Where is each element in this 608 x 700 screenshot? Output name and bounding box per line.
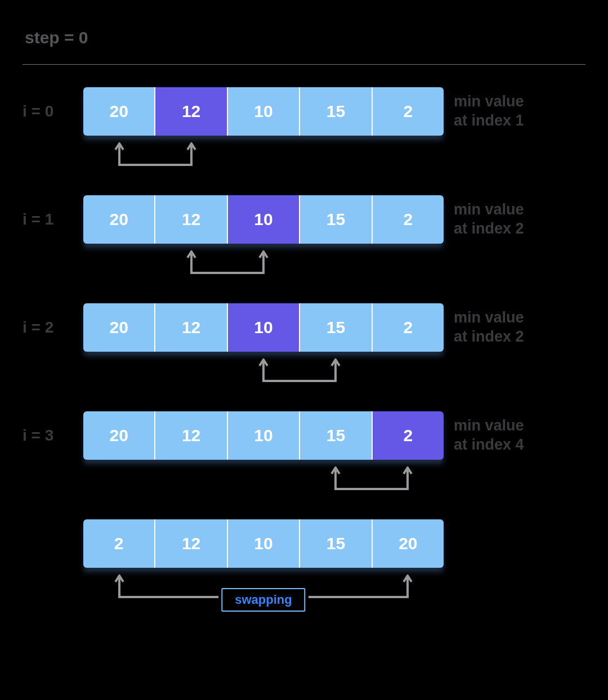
annotation-line1: min value (454, 200, 524, 219)
annotation-line1: min value (454, 92, 524, 111)
array-cell: 20 (83, 411, 155, 460)
array-cell: 15 (300, 303, 372, 352)
min-annotation: min value at index 1 (454, 92, 524, 131)
array-cell: 2 (373, 303, 444, 352)
iteration-label: i = 3 (23, 427, 73, 445)
swap-arrow-icon (83, 466, 444, 500)
array-cell: 2 (83, 519, 155, 568)
iteration-label: i = 0 (23, 102, 73, 120)
connector (83, 250, 444, 284)
annotation-line2: at index 1 (454, 111, 524, 131)
array: 2 12 10 15 20 (83, 519, 444, 568)
array-cell: 2 (373, 87, 444, 136)
result-row: 2 12 10 15 20 (23, 519, 585, 568)
array-cell-highlighted: 10 (228, 195, 300, 244)
min-annotation: min value at index 4 (454, 416, 524, 455)
min-annotation: min value at index 2 (454, 200, 524, 239)
array-cell: 15 (300, 87, 372, 136)
swap-arrow-icon (83, 358, 444, 392)
connector (83, 142, 444, 176)
array-cell: 12 (155, 195, 227, 244)
min-annotation: min value at index 2 (454, 308, 524, 347)
annotation-line1: min value (454, 416, 524, 436)
swap-arrow-icon (83, 142, 444, 176)
array: 20 12 10 15 2 (83, 411, 444, 460)
array-cell: 10 (228, 411, 300, 460)
annotation-line1: min value (454, 308, 524, 327)
swap-arrow-icon (83, 250, 444, 284)
array-cell: 12 (155, 303, 227, 352)
iteration-label: i = 2 (23, 318, 73, 336)
array-cell: 12 (155, 519, 227, 568)
annotation-line2: at index 2 (454, 327, 524, 347)
step-label: step = 0 (25, 28, 585, 47)
annotation-line2: at index 4 (454, 436, 524, 455)
array-cell: 12 (155, 411, 227, 460)
iteration-row: i = 1 20 12 10 15 2 min value at index 2 (23, 195, 585, 244)
iteration-row: i = 2 20 12 10 15 2 min value at index 2 (23, 303, 585, 352)
array-cell-highlighted: 10 (228, 303, 300, 352)
array-cell: 20 (373, 519, 444, 568)
array-cell: 10 (228, 519, 300, 568)
iteration-row: i = 0 20 12 10 15 2 min value at index 1 (23, 87, 585, 136)
array: 20 12 10 15 2 (83, 87, 444, 136)
iteration-label: i = 1 (23, 210, 73, 228)
array-cell: 10 (228, 87, 300, 136)
connector (83, 358, 444, 392)
array-cell: 15 (300, 411, 372, 460)
annotation-line2: at index 2 (454, 219, 524, 239)
connector (83, 466, 444, 500)
swapping-label: swapping (221, 588, 305, 612)
array: 20 12 10 15 2 (83, 303, 444, 352)
array-cell: 20 (83, 87, 155, 136)
connector-final: swapping (83, 575, 444, 608)
array-cell: 2 (373, 195, 444, 244)
array-cell-highlighted: 2 (373, 411, 444, 460)
array-cell-highlighted: 12 (155, 87, 227, 136)
divider (23, 64, 585, 65)
array-cell: 15 (300, 195, 372, 244)
array: 20 12 10 15 2 (83, 195, 444, 244)
array-cell: 20 (83, 195, 155, 244)
iteration-row: i = 3 20 12 10 15 2 min value at index 4 (23, 411, 585, 460)
array-cell: 20 (83, 303, 155, 352)
array-cell: 15 (300, 519, 372, 568)
